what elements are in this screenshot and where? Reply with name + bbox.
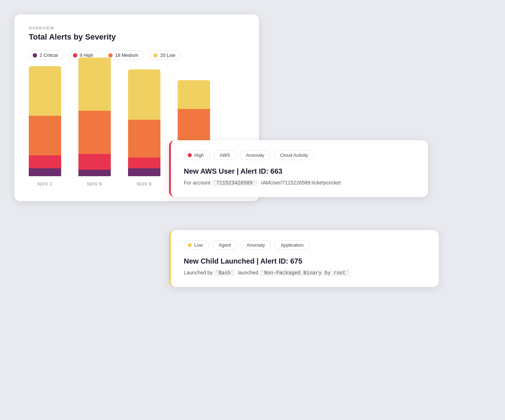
- bar-0: [29, 66, 61, 176]
- low-tag-0: Low: [184, 240, 209, 250]
- bar-segment-0-3: [29, 168, 61, 176]
- low-tag-2: Anomaly: [241, 240, 271, 250]
- bar-segment-2-3: [128, 168, 160, 176]
- high-tag-1: AWS: [214, 150, 236, 160]
- high-tag-dot-0: [188, 153, 192, 157]
- bar-label-2: NOV 8: [137, 181, 152, 187]
- high-alert-tags: HighAWSAnomalyCloud Activity: [184, 150, 415, 160]
- legend-label-medium: 18 Medium: [115, 52, 138, 58]
- bar-segment-0-1: [29, 116, 61, 155]
- legend-label-critical: 2 Critical: [40, 52, 58, 58]
- low-alert-tags: LowAgentAnomalyApplication: [184, 240, 426, 250]
- bar-label-1: NOV 6: [87, 181, 102, 187]
- low-alert-description: Launched by `Bash` launched `Non-Package…: [184, 269, 426, 277]
- bar-segment-1-2: [78, 154, 111, 170]
- bar-segment-1-3: [78, 170, 111, 176]
- bar-group-2: NOV 8: [128, 69, 160, 187]
- bar-group-1: NOV 6: [78, 58, 111, 187]
- legend-label-low: 20 Low: [160, 52, 175, 58]
- legend-label-high: 9 High: [80, 52, 94, 58]
- legend-dot-low: [153, 53, 158, 58]
- alert-card-high: HighAWSAnomalyCloud Activity New AWS Use…: [169, 140, 428, 197]
- legend-dot-medium: [108, 53, 113, 58]
- low-alert-title: New Child Launched | Alert ID: 675: [184, 257, 426, 265]
- bar-segment-1-0: [78, 58, 111, 111]
- low-tag-1: Agent: [213, 240, 237, 250]
- high-tag-3: Cloud Activity: [274, 150, 314, 160]
- bar-segment-2-1: [128, 120, 160, 158]
- high-tag-0: High: [184, 150, 210, 160]
- low-tag-text-0: Low: [194, 242, 203, 248]
- chart-title: Total Alerts by Severity: [29, 32, 245, 42]
- legend-dot-critical: [33, 53, 37, 58]
- bar-label-0: NOV 2: [37, 181, 53, 187]
- high-alert-title: New AWS User | Alert ID: 663: [184, 167, 415, 175]
- overview-label: OVERVIEW: [29, 26, 245, 30]
- legend-item-low: 20 Low: [149, 50, 181, 60]
- alert-card-low: LowAgentAnomalyApplication New Child Lau…: [169, 230, 439, 287]
- bar-group-0: NOV 2: [29, 66, 61, 187]
- low-tag-3: Application: [274, 240, 310, 250]
- high-tag-text-0: High: [194, 152, 204, 158]
- bar-segment-2-0: [128, 69, 160, 120]
- low-tag-dot-0: [188, 243, 192, 247]
- bar-segment-1-1: [78, 111, 111, 154]
- bar-2: [128, 69, 160, 176]
- bar-segment-2-2: [128, 158, 160, 168]
- bar-segment-0-0: [29, 66, 61, 116]
- bar-1: [78, 58, 111, 176]
- chart-legend: 2 Critical9 High18 Medium20 Low: [29, 50, 245, 60]
- high-tag-2: Anomaly: [240, 150, 270, 160]
- high-alert-description: For account `711523426589` IAMUser/71152…: [184, 179, 415, 187]
- legend-dot-high: [73, 53, 77, 58]
- legend-item-critical: 2 Critical: [29, 50, 63, 60]
- bar-segment-3-0: [178, 80, 210, 109]
- bar-segment-0-2: [29, 155, 61, 168]
